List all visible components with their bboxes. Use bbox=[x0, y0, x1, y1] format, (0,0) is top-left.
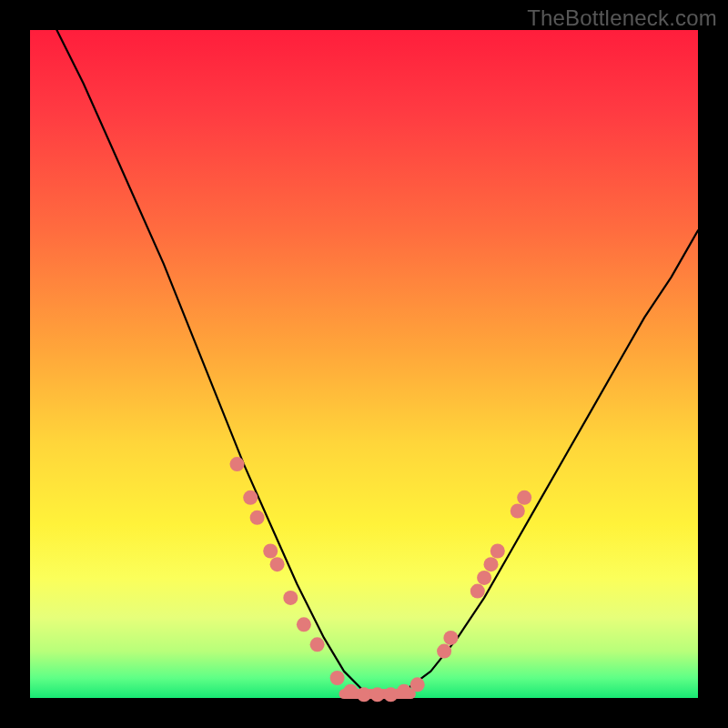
curve-marker bbox=[297, 617, 311, 632]
curve-marker bbox=[511, 504, 525, 519]
curve-marker bbox=[283, 591, 298, 605]
curve-marker bbox=[243, 490, 258, 505]
curve-marker bbox=[263, 544, 278, 559]
curve-marker bbox=[330, 671, 345, 685]
curve-marker bbox=[343, 684, 358, 699]
chart-frame: TheBottleneck.com bbox=[0, 0, 728, 728]
curve-marker bbox=[443, 631, 458, 645]
curve-marker bbox=[437, 644, 451, 659]
curve-marker bbox=[484, 557, 499, 571]
curve-marker bbox=[397, 684, 411, 699]
curve-marker bbox=[470, 584, 485, 599]
bottleneck-curve bbox=[56, 30, 698, 698]
curve-marker bbox=[310, 637, 325, 652]
curve-marker bbox=[230, 457, 245, 471]
curve-marker bbox=[517, 490, 531, 505]
curve-marker bbox=[383, 687, 398, 702]
curve-marker bbox=[477, 571, 491, 585]
curve-marker bbox=[410, 677, 425, 692]
curve-marker bbox=[270, 557, 285, 571]
curve-marker bbox=[490, 544, 505, 559]
curve-marker bbox=[370, 687, 385, 702]
plot-area bbox=[30, 30, 698, 698]
watermark-text: TheBottleneck.com bbox=[527, 5, 717, 31]
curve-marker bbox=[250, 511, 265, 525]
curve-markers bbox=[230, 457, 532, 702]
curve-svg bbox=[30, 30, 698, 698]
curve-marker bbox=[357, 687, 371, 702]
